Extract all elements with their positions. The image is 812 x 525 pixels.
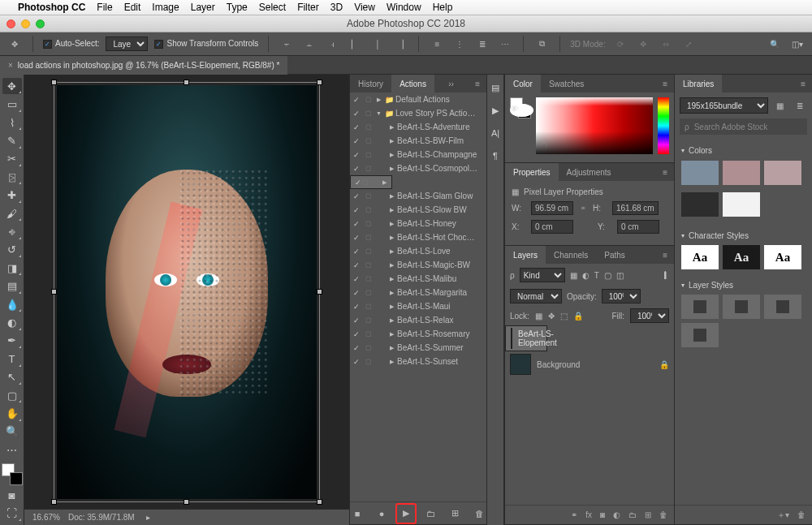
edit-toolbar[interactable]: ⋯ <box>2 441 22 458</box>
delete-layer-icon[interactable]: 🗑 <box>659 510 667 519</box>
char-style-2[interactable]: Aa <box>723 245 760 269</box>
action-row[interactable]: ✓▢▼📁Love Story PS Actio… <box>350 106 486 120</box>
color-swatches[interactable] <box>2 463 23 486</box>
tab-libraries[interactable]: Libraries <box>675 75 722 93</box>
action-row[interactable]: ✓▢▶BeArt-LS-Glam Glow <box>350 189 486 203</box>
char-style-1[interactable]: Aa <box>681 245 719 269</box>
list-view-icon[interactable]: ≣ <box>793 97 807 114</box>
align-vcenter-icon[interactable]: ⫠ <box>301 36 317 52</box>
distribute-2-icon[interactable]: ⋮ <box>451 36 468 52</box>
opacity-select[interactable]: 100% <box>602 289 641 303</box>
align-bottom-icon[interactable]: ⫞ <box>324 36 340 52</box>
lock-artboard-icon[interactable]: ⬚ <box>560 312 568 321</box>
action-row[interactable]: ✓▢▶BeArt-LS-Magic-BW <box>350 258 486 272</box>
minimize-window-button[interactable] <box>21 19 30 28</box>
prop-x[interactable]: 0 cm <box>531 220 573 234</box>
play-action-button[interactable]: ▶ <box>400 507 412 520</box>
menu-file[interactable]: File <box>97 2 112 13</box>
tab-actions[interactable]: Actions <box>391 75 434 93</box>
transform-bounds[interactable] <box>54 82 320 502</box>
prop-y[interactable]: 0 cm <box>617 220 659 234</box>
pen-tool[interactable]: ✒ <box>2 333 22 349</box>
record-action-button[interactable]: ● <box>375 507 388 520</box>
menu-help[interactable]: Help <box>433 2 453 13</box>
menu-image[interactable]: Image <box>152 2 179 13</box>
menu-select[interactable]: Select <box>259 2 286 13</box>
close-window-button[interactable] <box>6 19 15 28</box>
filter-adjust-icon[interactable]: ◐ <box>582 271 590 280</box>
close-tab-icon[interactable]: × <box>8 61 13 70</box>
status-menu-icon[interactable]: ▸ <box>146 513 150 522</box>
app-name[interactable]: Photoshop CC <box>18 2 85 13</box>
brushes-dock-icon[interactable]: ▤ <box>489 81 502 94</box>
layer-style-1[interactable] <box>681 295 719 319</box>
shape-tool[interactable]: ▢ <box>2 387 22 403</box>
color-swatch[interactable] <box>681 161 719 185</box>
action-row[interactable]: ✓▢▶BeArt-LS-Cosmopol… <box>350 161 486 175</box>
action-row[interactable]: ✓▢▶BeArt-LS-Love <box>350 244 486 258</box>
action-row[interactable]: ✓▢▶BeArt-LS-Margarita <box>350 286 486 299</box>
history-brush-tool[interactable]: ↺ <box>2 242 22 258</box>
visibility-icon[interactable]: 👁 <box>510 104 533 117</box>
link-wh-icon[interactable]: ⚭ <box>580 204 586 213</box>
actions-list[interactable]: ✓▢▶📁Default Actions✓▢▼📁Love Story PS Act… <box>350 93 486 368</box>
section-layer-styles[interactable]: Layer Styles <box>681 281 806 290</box>
canvas[interactable]: 16.67% Doc: 35.9M/71.8M ▸ <box>24 75 349 525</box>
menu-window[interactable]: Window <box>387 2 421 13</box>
align-left-icon[interactable]: ▏ <box>347 36 363 52</box>
stop-action-button[interactable]: ■ <box>351 507 364 520</box>
play-dock-icon[interactable]: ▶ <box>489 104 502 117</box>
maximize-window-button[interactable] <box>36 19 45 28</box>
color-spectrum[interactable] <box>536 97 653 154</box>
menu-view[interactable]: View <box>354 2 375 13</box>
section-character-styles[interactable]: Character Styles <box>681 231 806 240</box>
prop-width[interactable]: 96.59 cm <box>531 201 573 215</box>
layer-thumbnail[interactable] <box>511 328 512 349</box>
eyedropper-tool[interactable]: ⍄ <box>2 169 22 185</box>
screenmode-tool[interactable]: ⛶ <box>2 506 22 522</box>
actions-menu-icon[interactable]: ≡ <box>467 75 486 93</box>
layer-style-2[interactable] <box>723 295 760 319</box>
layer-style-3[interactable] <box>764 295 801 319</box>
action-row[interactable]: ✓▢▶BeArt-LS-Rosemary <box>350 327 486 341</box>
action-row[interactable]: ✓▢▶BeArt-LS-Glow BW <box>350 203 486 217</box>
auto-select-dropdown[interactable]: Layer <box>106 37 148 51</box>
layer-mask-icon[interactable]: ◙ <box>600 510 605 519</box>
filter-shape-icon[interactable]: ▢ <box>604 271 611 280</box>
action-row[interactable]: ✓▢▶BeArt-LS-BW-Film <box>350 134 486 148</box>
filter-smart-icon[interactable]: ◫ <box>616 271 624 280</box>
layer-name[interactable]: BeArt-LS-Elopement <box>518 329 557 347</box>
layer-thumbnail[interactable] <box>510 354 531 375</box>
action-row[interactable]: ✓▢▶BeArt-LS-Malibu <box>350 272 486 286</box>
color-swatch[interactable] <box>681 192 719 217</box>
path-select-tool[interactable]: ↖ <box>2 369 22 385</box>
tab-history[interactable]: History <box>350 75 391 93</box>
section-colors[interactable]: Colors <box>681 146 806 155</box>
layers-menu-icon[interactable]: ≡ <box>654 246 674 264</box>
show-transform-checkbox[interactable] <box>154 40 163 49</box>
layer-row[interactable]: 👁 BeArt-LS-Elopement <box>505 325 547 351</box>
workspace-icon[interactable]: ◫▾ <box>789 36 806 52</box>
libraries-menu-icon[interactable]: ≡ <box>793 75 812 93</box>
healing-tool[interactable]: ✚ <box>2 187 22 203</box>
distribute-1-icon[interactable]: ≡ <box>429 36 445 52</box>
eraser-tool[interactable]: ◨ <box>2 260 22 276</box>
marquee-tool[interactable]: ▭ <box>2 96 22 112</box>
fill-select[interactable]: 100% <box>630 308 669 323</box>
action-row[interactable]: ✓▢▶BeArt-LS-Sunset <box>350 355 486 368</box>
filter-toggle[interactable]: ⏽ <box>661 271 669 280</box>
menu-filter[interactable]: Filter <box>297 2 319 13</box>
character-dock-icon[interactable]: A| <box>489 127 502 140</box>
color-swatch[interactable] <box>764 161 801 185</box>
move-tool[interactable]: ✥ <box>2 78 22 94</box>
auto-select-checkbox[interactable] <box>43 40 52 49</box>
zoom-level[interactable]: 16.67% <box>32 513 60 522</box>
distribute-4-icon[interactable]: ⋯ <box>497 36 513 52</box>
brush-tool[interactable]: 🖌 <box>2 205 22 222</box>
overlap-icon[interactable]: ⧉ <box>533 36 550 52</box>
tab-swatches[interactable]: Swatches <box>541 75 592 93</box>
library-search[interactable]: ρ Search Adobe Stock <box>680 118 807 135</box>
action-row[interactable]: ✓▢▶BeArt-LS-Adventure <box>350 120 486 134</box>
color-menu-icon[interactable]: ≡ <box>654 75 674 93</box>
layer-name[interactable]: Background <box>537 360 580 369</box>
